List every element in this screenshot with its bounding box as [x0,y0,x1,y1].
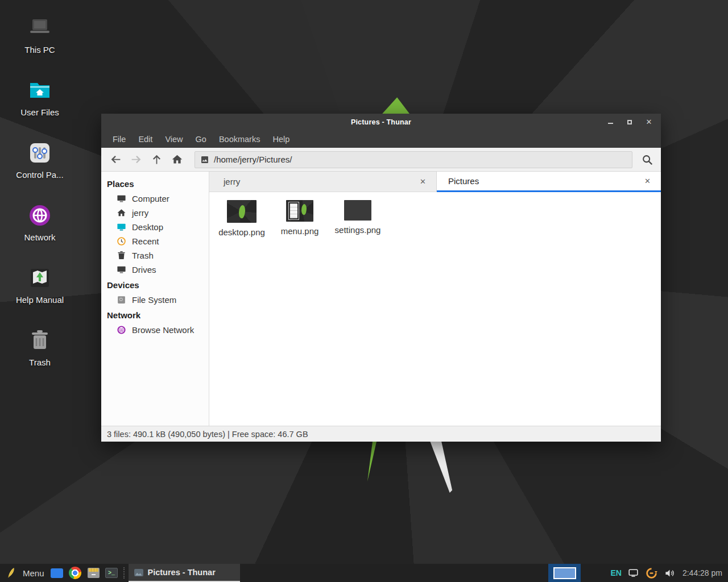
tab-bar: jerry ✕ Pictures ✕ [209,172,661,192]
file-name: desktop.png [218,227,265,237]
minimize-icon [608,123,613,124]
workspace-switcher[interactable] [548,564,581,582]
chrome-launcher[interactable] [69,567,82,580]
menu-go[interactable]: Go [189,132,213,146]
desktop-icon-label: User Files [20,107,59,117]
sidebar-item-file-system[interactable]: File System [101,293,209,307]
display-tray-button[interactable] [627,567,640,580]
status-bar: 3 files: 490.1 kB (490,050 bytes) | Free… [101,426,661,442]
archive-launcher[interactable] [87,567,100,580]
sidebar-item-browse-network[interactable]: Browse Network [101,323,209,337]
sidebar-item-label: Browse Network [132,325,194,335]
trash-icon [117,251,126,260]
back-arrow-icon [110,153,122,165]
home-icon [171,153,183,165]
sidebar-header-network: Network [101,307,209,323]
drives-icon [117,265,126,275]
sidebar-item-label: jerry [132,208,148,218]
sidebar-item-desktop[interactable]: Desktop [101,220,209,234]
file-thumbnail [286,200,313,222]
file-list: desktop.png menu.png settings.png [209,192,661,426]
desktop-icon-label: Network [24,232,55,242]
recent-clock-icon [117,236,126,246]
menu-view[interactable]: View [159,132,189,146]
sidebar-item-computer[interactable]: Computer [101,192,209,206]
wallpaper-feather [428,442,453,493]
up-button[interactable] [148,151,165,168]
file-desktop-png[interactable]: desktop.png [213,197,271,237]
computer-icon [117,194,126,203]
volume-button[interactable] [663,567,676,580]
distro-menu-button[interactable] [5,567,18,580]
desktop-icon-help-manual[interactable]: Help Manual [11,265,68,305]
wallpaper-logo-fragment [366,442,378,481]
terminal-launcher[interactable]: >_ [105,567,118,580]
menu-bookmarks[interactable]: Bookmarks [213,132,267,146]
tab-label: Pictures [448,176,641,186]
hard-disk-icon [117,295,126,305]
search-button[interactable] [639,152,655,168]
maximize-icon [627,120,632,124]
sidebar-item-label: File System [132,295,176,305]
back-button[interactable] [107,151,124,168]
desktop-icon-this-pc[interactable]: This PC [11,15,68,55]
desktop-icon-trash[interactable]: Trash [11,327,68,367]
sidebar-item-drives[interactable]: Drives [101,263,209,277]
forward-arrow-icon [130,153,142,165]
taskbar-window-button[interactable]: Pictures - Thunar [129,564,240,582]
display-icon [628,568,639,578]
keyboard-layout-indicator[interactable]: EN [610,568,621,577]
desktop-icon [117,222,126,232]
menu-button-label[interactable]: Menu [23,568,44,578]
update-manager-button[interactable] [645,567,658,580]
picture-icon [200,155,209,164]
menu-bar: File Edit View Go Bookmarks Help [101,130,661,148]
desktop-wallpaper: This PC User Files Control Pa... Network… [0,0,728,582]
sidebar-header-devices: Devices [101,277,209,293]
sidebar-item-label: Drives [132,265,156,275]
chrome-icon [69,567,81,579]
close-button[interactable]: ✕ [643,114,655,130]
maximize-button[interactable] [623,114,636,130]
up-arrow-icon [151,153,163,165]
file-manager-launcher[interactable] [51,567,64,580]
clock[interactable]: 2:44:28 pm [682,568,722,577]
file-manager-icon [51,568,63,578]
sidebar-item-recent[interactable]: Recent [101,234,209,248]
menu-help[interactable]: Help [266,132,296,146]
tab-close-icon[interactable]: ✕ [416,176,429,187]
tab-close-icon[interactable]: ✕ [641,176,654,186]
window-title: Pictures - Thunar [351,118,411,126]
desktop-icon-user-files[interactable]: User Files [11,77,68,117]
menu-file[interactable]: File [106,132,132,146]
sidebar-header-places: Places [101,176,209,192]
active-workspace[interactable] [553,567,576,579]
file-thumbnail [227,200,257,223]
tab-pictures[interactable]: Pictures ✕ [437,172,661,192]
globe-icon [27,202,53,228]
sidebar-item-label: Desktop [132,222,163,232]
desktop-icon-control-panel[interactable]: Control Pa... [11,140,68,180]
desktop-icon-network[interactable]: Network [11,202,68,242]
toolbar: /home/jerry/Pictures/ [101,148,661,172]
sidebar-item-trash[interactable]: Trash [101,248,209,263]
tab-label: jerry [224,177,416,186]
file-name: settings.png [335,225,381,235]
forward-button[interactable] [127,151,144,168]
sidebar-item-label: Recent [132,236,159,246]
desktop-icon-label: This PC [24,45,55,55]
address-bar[interactable]: /home/jerry/Pictures/ [195,151,632,168]
file-menu-png[interactable]: menu.png [271,197,329,236]
speaker-icon [664,568,675,579]
thunar-window-icon [134,569,143,576]
window-titlebar[interactable]: Pictures - Thunar ✕ [101,114,661,130]
home-button[interactable] [168,151,185,168]
help-manual-icon [27,265,53,291]
file-settings-png[interactable]: settings.png [329,197,387,235]
minimize-button[interactable] [604,114,617,130]
system-tray: EN 2:44:28 pm [581,564,728,582]
thunar-window: Pictures - Thunar ✕ File Edit View Go Bo… [101,114,661,442]
sidebar-item-jerry[interactable]: jerry [101,206,209,220]
tab-jerry[interactable]: jerry ✕ [209,172,437,192]
menu-edit[interactable]: Edit [132,132,159,146]
